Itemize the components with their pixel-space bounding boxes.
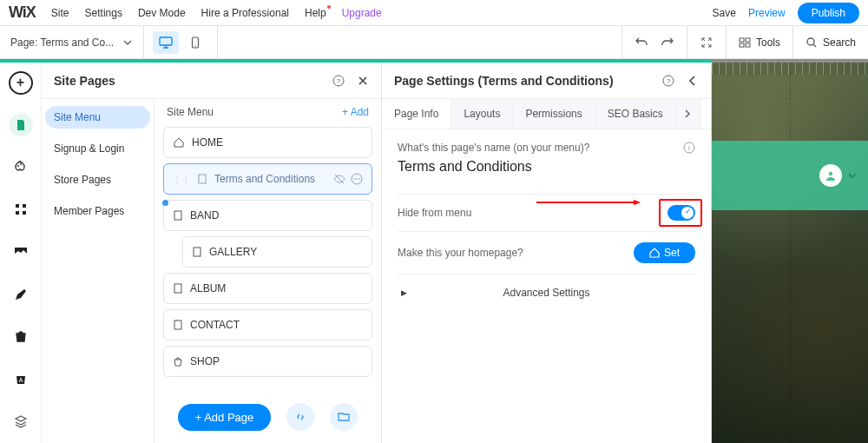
- rail-blog-button[interactable]: [9, 282, 33, 306]
- tab-page-info[interactable]: Page Info: [382, 99, 451, 129]
- bag-a-icon: A: [14, 372, 28, 386]
- undo-icon[interactable]: [635, 36, 648, 50]
- more-icon[interactable]: [351, 173, 363, 185]
- link-icon: [294, 411, 306, 423]
- chevron-right-icon: [682, 109, 693, 119]
- rail-add-button[interactable]: +: [9, 71, 33, 95]
- link-page-button[interactable]: [286, 403, 314, 431]
- editor-toolbar: Page: Terms and Co... Tools Search: [0, 26, 868, 59]
- svg-text:i: i: [688, 144, 690, 152]
- desktop-icon: [159, 36, 173, 50]
- add-page-link[interactable]: + Add: [342, 106, 369, 118]
- page-row-shop[interactable]: SHOP: [163, 346, 372, 377]
- mobile-icon: [189, 36, 201, 49]
- image-icon: [14, 245, 28, 259]
- menu-help[interactable]: Help: [305, 7, 326, 19]
- page-icon: [173, 320, 183, 330]
- triangle-right-icon: ▶: [401, 288, 407, 297]
- page-row-home[interactable]: HOME: [163, 127, 372, 158]
- redo-icon[interactable]: [661, 36, 674, 50]
- svg-point-32: [829, 172, 832, 175]
- menu-upgrade[interactable]: Upgrade: [342, 7, 382, 19]
- list-title: Site Menu: [167, 106, 214, 118]
- preview-button[interactable]: Preview: [748, 7, 786, 19]
- panel-title: Site Pages: [54, 74, 115, 88]
- hidden-icon[interactable]: [333, 173, 345, 185]
- tab-next[interactable]: [676, 99, 700, 129]
- rail-layers-button[interactable]: [9, 409, 33, 433]
- drag-handle-icon[interactable]: ⋮⋮: [173, 175, 190, 184]
- layers-icon: [14, 414, 28, 428]
- page-row-gallery[interactable]: GALLERY: [182, 236, 372, 268]
- svg-point-21: [356, 178, 358, 180]
- page-row-terms[interactable]: ⋮⋮ Terms and Conditions: [163, 163, 372, 195]
- rail-pages-button[interactable]: [9, 114, 33, 137]
- top-menu-bar: WiX Site Settings Dev Mode Hire a Profes…: [0, 0, 868, 26]
- tab-seo[interactable]: SEO Basics: [595, 99, 676, 129]
- page-row-band[interactable]: BAND: [163, 200, 372, 231]
- hide-from-menu-toggle[interactable]: [667, 205, 695, 221]
- svg-point-8: [17, 165, 19, 167]
- nav-signup-login[interactable]: Signup & Login: [45, 137, 150, 160]
- rail-store-button[interactable]: [9, 325, 33, 348]
- advanced-settings-toggle[interactable]: ▶ Advanced Settings: [398, 274, 695, 311]
- nav-member-pages[interactable]: Member Pages: [45, 200, 150, 222]
- search-icon: [806, 36, 818, 49]
- set-homepage-button[interactable]: Set: [634, 242, 695, 263]
- rail-apps-button[interactable]: [9, 198, 33, 222]
- menu-devmode[interactable]: Dev Mode: [138, 7, 186, 19]
- menu-settings[interactable]: Settings: [85, 7, 122, 19]
- rail-bookings-button[interactable]: A: [9, 367, 33, 391]
- add-page-button[interactable]: + Add Page: [178, 404, 272, 431]
- svg-rect-3: [740, 38, 744, 42]
- publish-button[interactable]: Publish: [798, 3, 859, 23]
- folder-icon: [338, 411, 350, 423]
- page-selector[interactable]: Page: Terms and Co...: [0, 26, 144, 58]
- back-icon[interactable]: [687, 75, 699, 87]
- avatar-icon[interactable]: [819, 164, 842, 187]
- canvas-header-strip[interactable]: [712, 141, 868, 210]
- tab-permissions[interactable]: Permissions: [513, 99, 595, 129]
- collapse-icon[interactable]: [700, 36, 713, 50]
- info-icon[interactable]: i: [683, 142, 695, 154]
- menu-site[interactable]: Site: [51, 7, 69, 19]
- help-icon[interactable]: ?: [332, 75, 345, 87]
- editor-canvas[interactable]: [712, 63, 868, 443]
- search-button[interactable]: Search: [792, 26, 868, 58]
- svg-rect-0: [160, 37, 172, 45]
- paint-icon: [14, 161, 28, 175]
- homepage-row: Make this your homepage? Set: [398, 231, 695, 274]
- guide-line-icon: [790, 63, 791, 443]
- close-icon[interactable]: [357, 75, 369, 87]
- rail-media-button[interactable]: [9, 241, 33, 264]
- site-pages-panel: Site Pages ? Site Menu Signup & Login St…: [42, 63, 382, 443]
- save-button[interactable]: Save: [713, 7, 736, 19]
- folder-button[interactable]: [330, 403, 358, 431]
- svg-point-9: [20, 163, 22, 165]
- chevron-down-icon: [122, 37, 133, 48]
- nav-site-menu[interactable]: Site Menu: [45, 106, 150, 129]
- page-name-value[interactable]: Terms and Conditions: [398, 159, 695, 175]
- svg-point-7: [807, 38, 814, 45]
- nav-store-pages[interactable]: Store Pages: [45, 169, 150, 191]
- menu-hire[interactable]: Hire a Professional: [201, 7, 289, 19]
- rail-theme-button[interactable]: [9, 155, 33, 179]
- tools-button[interactable]: Tools: [726, 26, 792, 58]
- svg-rect-24: [194, 248, 201, 256]
- page-row-contact[interactable]: CONTACT: [163, 309, 372, 341]
- hide-from-menu-row: Hide from menu: [398, 194, 695, 231]
- page-icon: [192, 247, 202, 257]
- svg-rect-23: [174, 211, 181, 220]
- help-icon[interactable]: ?: [662, 75, 674, 87]
- desktop-view-button[interactable]: [153, 31, 179, 54]
- bag-icon: [14, 329, 28, 343]
- page-icon: [173, 283, 183, 294]
- chevron-down-icon[interactable]: [847, 170, 858, 181]
- home-icon: [173, 136, 185, 149]
- tab-layouts[interactable]: Layouts: [451, 99, 513, 129]
- panel-nav: Site Menu Signup & Login Store Pages Mem…: [42, 99, 155, 443]
- mobile-view-button[interactable]: [182, 31, 208, 54]
- page-row-album[interactable]: ALBUM: [163, 273, 372, 304]
- wix-logo[interactable]: WiX: [9, 3, 36, 22]
- svg-rect-13: [23, 211, 26, 215]
